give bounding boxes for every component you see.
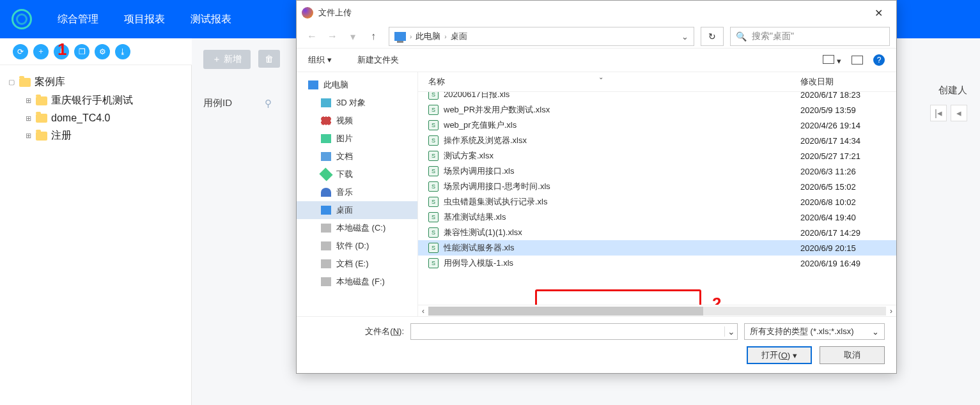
file-row[interactable]: S测试方案.xlsx2020/5/27 17:21 [418,148,896,164]
sidebar-item[interactable]: 软件 (D:) [297,237,417,255]
download-icon[interactable]: ⭳ [115,44,130,59]
scroll-right-icon[interactable]: › [890,307,892,316]
right-columns: 创建人 |◂ ◂ [938,84,967,96]
close-icon[interactable]: ✕ [866,7,891,19]
sidebar-item[interactable]: 桌面 [297,201,417,219]
scrollbar-track[interactable] [428,307,886,316]
expand-icon[interactable]: ⊞ [24,114,32,123]
file-row[interactable]: S用例导入模版-1.xls2020/6/19 16:49 [418,256,896,271]
file-type-select[interactable]: 所有支持的类型 (*.xls;*.xlsx)⌄ [744,323,885,340]
add-button[interactable]: ＋ 新增 [203,50,251,69]
refresh-icon[interactable]: ↻ [701,27,724,46]
sidebar-item[interactable]: 图片 [297,130,417,148]
sidebar-item-label: 此电脑 [323,79,348,91]
crumb-item[interactable]: 桌面 [451,31,467,42]
tree-item[interactable]: ⊞ dome_TC4.0 [6,110,185,126]
sidebar-item-label: 桌面 [336,204,353,216]
file-row[interactable]: S操作系统及浏览器.xlsx2020/6/17 14:34 [418,133,896,148]
list-header: 名称 修改日期 ⌄ [418,72,896,92]
tree-label: 注册 [51,129,72,142]
back-icon[interactable]: ← [303,27,321,45]
filename-history-dropdown[interactable]: ⌄ [724,326,737,337]
search-input[interactable]: 🔍 搜索"桌面" [730,27,890,46]
recent-dropdown-icon[interactable]: ▾ [344,27,362,45]
annotation-2: 2 [712,294,721,305]
collapse-icon[interactable]: ▢ [8,78,15,86]
file-date: 2020/5/9 13:59 [800,105,890,115]
file-row[interactable]: S虫虫错题集测试执行记录.xls2020/6/8 10:02 [418,194,896,210]
tree-label: 案例库 [35,75,65,89]
sidebar-item[interactable]: 文档 [297,148,417,165]
file-date: 2020/6/9 20:15 [800,243,890,253]
sidebar-item[interactable]: 此电脑 [297,76,417,94]
settings-icon[interactable]: ⚙ [95,44,110,59]
sidebar-item[interactable]: 文档 (E:) [297,255,417,273]
search-placeholder: 搜索"桌面" [752,31,794,42]
col-name[interactable]: 名称 [428,76,800,88]
breadcrumb[interactable]: › 此电脑 › 桌面 ⌄ [389,27,694,46]
sidebar-item-label: 3D 对象 [336,97,366,109]
file-row[interactable]: Sweb_PR并发用户数测试.xlsx2020/5/9 13:59 [418,102,896,118]
open-button[interactable]: 打开(O) ▾ [747,346,812,364]
scroll-left-icon[interactable]: ‹ [422,307,424,316]
add-icon[interactable]: ＋ [33,44,49,59]
horizontal-scrollbar[interactable]: ‹ › [418,305,896,316]
file-date: 2020/6/5 15:02 [800,182,890,192]
sidebar-item-label: 图片 [336,133,353,144]
sidebar-item[interactable]: 视频 [297,112,417,130]
annotation-1: 1 [58,40,66,59]
delete-button[interactable]: 🗑 [258,50,280,68]
cancel-button[interactable]: 取消 [820,346,885,364]
file-date: 2020/6/8 10:02 [800,197,890,207]
pager-first-icon[interactable]: |◂ [930,105,947,121]
sidebar-item-label: 本地磁盘 (F:) [336,276,385,287]
pager-prev-icon[interactable]: ◂ [951,105,967,121]
col-date[interactable]: 修改日期 [800,76,890,88]
file-name: 20200617日报.xls [444,92,509,100]
file-row[interactable]: S兼容性测试(1)(1).xlsx2020/6/17 14:29 [418,225,896,240]
tree-item[interactable]: ⊞ 注册 [6,126,185,145]
forward-icon[interactable]: → [323,27,341,45]
file-row[interactable]: S基准测试结果.xls2020/6/4 19:40 [418,210,896,225]
drv-icon [321,277,331,286]
view-mode-icon[interactable]: ▾ [823,55,841,66]
filename-input[interactable] [411,327,724,337]
dl-icon [319,167,332,181]
nav-item[interactable]: 测试报表 [191,13,231,26]
sidebar-item-label: 文档 [336,151,353,162]
chevron-down-icon[interactable]: ⌄ [681,32,688,42]
sidebar-item[interactable]: 音乐 [297,183,417,201]
sidebar-item[interactable]: 下载 [297,165,417,183]
copy-icon[interactable]: ❐ [74,44,89,59]
sidebar-item[interactable]: 本地磁盘 (F:) [297,273,417,291]
file-name: 场景内调用接口.xls [444,165,515,177]
file-row[interactable]: S性能测试服务器.xls2020/6/9 20:15 [418,240,896,256]
sidebar-item[interactable]: 3D 对象 [297,94,417,112]
dialog-sidebar: 此电脑3D 对象视频图片文档下载音乐桌面本地磁盘 (C:)软件 (D:)文档 (… [297,72,418,316]
expand-icon[interactable]: ⊞ [24,132,32,140]
preview-pane-icon[interactable] [852,56,863,65]
nav-item[interactable]: 项目报表 [124,13,165,26]
crumb-item[interactable]: 此电脑 [416,31,440,42]
dialog-title: 文件上传 [318,7,352,19]
sidebar-item[interactable]: 本地磁盘 (C:) [297,219,417,237]
refresh-icon[interactable]: ⟳ [13,44,28,59]
file-row[interactable]: Sweb_pr充值账户.xls2020/4/26 19:14 [418,118,896,133]
file-row[interactable]: S20200617日报.xls2020/6/17 18:23 [418,92,896,102]
nav-item[interactable]: 综合管理 [58,13,98,26]
expand-icon[interactable]: ⊞ [24,96,32,105]
help-icon[interactable]: ? [873,54,885,66]
file-row[interactable]: S场景内调用接口-思考时间.xls2020/6/5 15:02 [418,179,896,194]
file-date: 2020/6/17 14:29 [800,228,890,238]
tree-root[interactable]: ▢ 案例库 [6,73,185,91]
new-folder-button[interactable]: 新建文件夹 [357,54,399,66]
file-name: web_PR并发用户数测试.xlsx [444,104,550,116]
filter-icon[interactable]: ⚲ [265,98,272,109]
tree-item[interactable]: ⊞ 重庆银行手机测试 [6,91,185,110]
folder-icon [36,96,47,105]
file-upload-dialog: 文件上传 ✕ ← → ▾ ↑ › 此电脑 › 桌面 ⌄ ↻ 🔍 搜索"桌面" 组… [296,0,897,374]
organize-menu[interactable]: 组织 ▾ [308,54,332,66]
up-icon[interactable]: ↑ [364,27,382,45]
file-date: 2020/6/3 11:26 [800,167,890,176]
file-row[interactable]: S场景内调用接口.xls2020/6/3 11:26 [418,164,896,179]
